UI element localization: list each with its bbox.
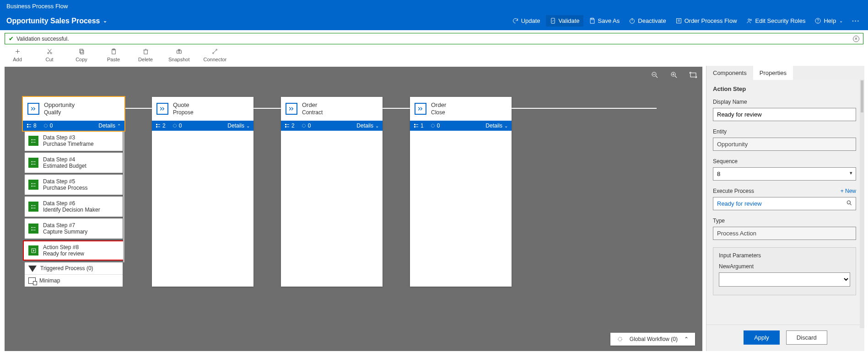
- add-button[interactable]: Add: [8, 48, 27, 62]
- data-step-icon: [28, 136, 38, 146]
- triggered-label: Triggered Process (0): [40, 265, 93, 272]
- paste-icon: [110, 48, 117, 55]
- display-name-input[interactable]: [713, 108, 856, 121]
- camera-icon: [176, 48, 183, 55]
- details-label: Details: [227, 122, 244, 129]
- step-item[interactable]: Data Step #3Purchase Timeframe: [25, 131, 123, 151]
- new-process-link[interactable]: + New: [841, 188, 856, 194]
- stage-name: Order: [431, 101, 446, 109]
- step-item-action-selected[interactable]: Action Step #8Ready for review: [23, 240, 124, 261]
- details-toggle[interactable]: Details ⌃: [98, 122, 121, 129]
- apply-button[interactable]: Apply: [744, 330, 780, 345]
- svg-line-85: [850, 204, 852, 205]
- app-header: Business Process Flow Opportunity Sales …: [0, 0, 868, 30]
- stage-card-order-close[interactable]: OrderClose 1 0 Details⌄: [410, 97, 512, 287]
- tab-properties[interactable]: Properties: [753, 66, 793, 80]
- step-item[interactable]: Data Step #4Estimated Budget: [25, 153, 123, 173]
- stage-sub: Close: [431, 109, 446, 117]
- triggered-process-row[interactable]: Triggered Process (0): [25, 262, 123, 274]
- stage-sub: Qualify: [44, 109, 75, 117]
- svg-rect-73: [286, 124, 286, 125]
- svg-point-27: [213, 53, 214, 54]
- stage-icon: [27, 103, 39, 115]
- deactivate-button[interactable]: Deactivate: [625, 15, 669, 27]
- refresh-icon: [512, 17, 519, 24]
- stage-card-opportunity[interactable]: Opportunity Qualify 8 0 Details ⌃: [23, 97, 124, 131]
- svg-point-45: [44, 124, 47, 128]
- step-sub: Capture Summary: [43, 229, 87, 235]
- type-value: Process Action: [713, 227, 856, 240]
- stage-card-order-contract[interactable]: OrderContract 2 0 Details⌄: [281, 97, 383, 287]
- execute-process-input[interactable]: [713, 197, 856, 210]
- svg-rect-54: [31, 183, 32, 184]
- svg-rect-47: [31, 142, 32, 143]
- check-icon: ✔: [9, 35, 14, 42]
- details-toggle[interactable]: Details⌄: [356, 122, 379, 129]
- stage-name: Opportunity: [44, 101, 75, 109]
- delete-label: Delete: [138, 57, 153, 62]
- svg-point-72: [173, 124, 176, 128]
- validation-message: Validation successful.: [16, 36, 69, 42]
- svg-point-77: [302, 124, 305, 128]
- parameter-value-select[interactable]: [719, 272, 850, 287]
- zoom-in-button[interactable]: [669, 70, 679, 80]
- global-workflow-pill[interactable]: Global Workflow (0) ⌃: [610, 333, 695, 346]
- fit-to-screen-button[interactable]: [689, 70, 698, 80]
- execute-process-label: Execute Process + New: [713, 188, 856, 194]
- svg-point-13: [47, 53, 49, 54]
- step-sub: Identify Decision Maker: [43, 207, 100, 213]
- connector-button[interactable]: Connector: [203, 48, 226, 62]
- svg-rect-68: [156, 124, 157, 125]
- delete-button[interactable]: Delete: [136, 48, 155, 62]
- panel-scrollbar[interactable]: [860, 80, 864, 328]
- global-workflow-label: Global Workflow (0): [630, 336, 678, 342]
- snapshot-label: Snapshot: [168, 57, 189, 62]
- zoom-out-button[interactable]: [650, 70, 659, 80]
- workflow-count: 0: [301, 122, 311, 129]
- step-item[interactable]: Data Step #7Capture Summary: [25, 218, 123, 239]
- help-icon: [814, 17, 821, 24]
- order-process-flow-button[interactable]: Order Process Flow: [672, 15, 741, 27]
- details-toggle[interactable]: Details⌄: [485, 122, 508, 129]
- save-as-button[interactable]: Save As: [585, 15, 624, 27]
- workflow-count: 0: [43, 122, 53, 129]
- help-button[interactable]: Help ⌄: [811, 15, 846, 27]
- step-item[interactable]: Data Step #5Purchase Process: [25, 175, 123, 195]
- validate-label: Validate: [559, 17, 580, 24]
- step-sub: Estimated Budget: [43, 163, 86, 169]
- search-icon[interactable]: [846, 200, 852, 208]
- paste-button[interactable]: Paste: [104, 48, 123, 62]
- process-name-dropdown[interactable]: Opportunity Sales Process ⌄: [6, 17, 107, 25]
- toolbar: Add Cut Copy Paste Delete Snapshot Conne…: [0, 45, 868, 66]
- stage-card-quote[interactable]: QuotePropose 2 0 Details⌄: [152, 97, 253, 287]
- validate-button[interactable]: Validate: [546, 15, 583, 27]
- more-icon: ···: [852, 17, 860, 24]
- tab-components[interactable]: Components: [706, 66, 753, 80]
- step-item[interactable]: Data Step #6Identify Decision Maker: [25, 197, 123, 217]
- more-button[interactable]: ···: [848, 15, 863, 27]
- minimap-toggle[interactable]: Minimap: [25, 274, 123, 287]
- details-toggle[interactable]: Details⌄: [227, 122, 250, 129]
- sequence-select[interactable]: 8: [713, 167, 856, 181]
- close-validation-button[interactable]: ✕: [853, 36, 859, 42]
- svg-rect-74: [286, 127, 286, 128]
- update-button[interactable]: Update: [508, 15, 544, 27]
- svg-rect-62: [31, 227, 32, 228]
- add-label: Add: [13, 57, 22, 62]
- svg-rect-18: [80, 49, 83, 53]
- snapshot-button[interactable]: Snapshot: [168, 48, 189, 62]
- cut-icon: [46, 48, 53, 55]
- svg-rect-51: [31, 164, 32, 165]
- chevron-up-icon: ⌃: [117, 123, 121, 128]
- minimap-icon: [28, 277, 36, 284]
- copy-button[interactable]: Copy: [72, 48, 91, 62]
- chevron-down-icon: ⌄: [103, 18, 107, 24]
- paste-label: Paste: [107, 57, 120, 62]
- data-step-icon: [28, 158, 38, 168]
- designer-canvas[interactable]: Opportunity Qualify 8 0 Details ⌃: [5, 67, 702, 351]
- svg-rect-78: [415, 124, 415, 125]
- cut-button[interactable]: Cut: [40, 48, 59, 62]
- svg-rect-59: [31, 208, 32, 208]
- edit-security-roles-button[interactable]: Edit Security Roles: [743, 15, 809, 27]
- discard-button[interactable]: Discard: [786, 330, 827, 345]
